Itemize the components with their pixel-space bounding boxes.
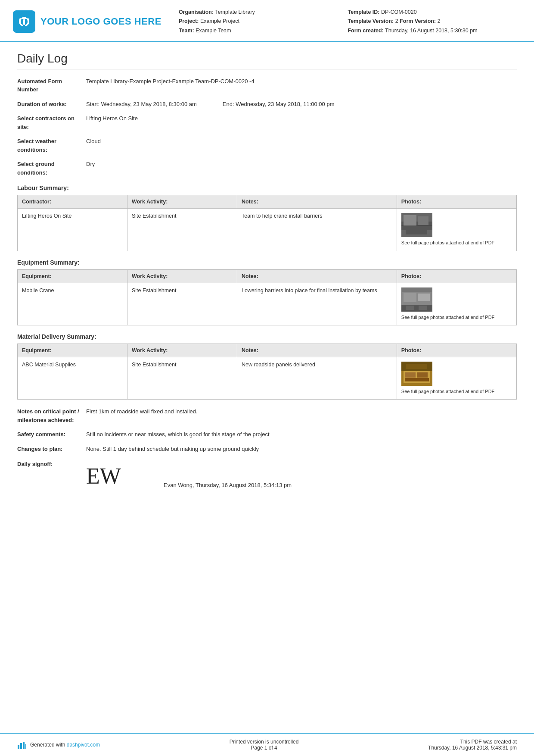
footer-page-info-line2: Page 1 Printed version is uncontrolled P… xyxy=(230,745,299,751)
template-id-label: Template ID: xyxy=(348,9,379,15)
changes-label: Changes to plan: xyxy=(17,445,86,453)
equipment-photos: See full page photos attached at end of … xyxy=(397,283,516,325)
footer-created-line2: Thursday, 16 August 2018, 5:43:31 pm xyxy=(428,745,517,751)
team-value: Example Team xyxy=(196,28,231,34)
labour-contractor: Lifting Heros On Site xyxy=(18,209,127,251)
form-created-label: Form created: xyxy=(348,28,383,34)
labour-photo-caption: See full page photos attached at end of … xyxy=(401,240,512,246)
logo-icon xyxy=(13,10,35,33)
org-label: Organisation: xyxy=(179,9,214,15)
signoff-label: Daily signoff: xyxy=(17,461,86,467)
logo-area: YOUR LOGO GOES HERE xyxy=(13,10,161,33)
duration-end: End: Wednesday, 23 May 2018, 11:00:00 pm xyxy=(223,100,335,109)
labour-photos: See full page photos attached at end of … xyxy=(397,209,516,251)
labour-summary-header: Labour Summary: xyxy=(17,184,517,191)
svg-rect-22 xyxy=(18,745,19,749)
svg-rect-3 xyxy=(404,215,416,226)
equipment-activity: Site Establishment xyxy=(127,283,237,325)
material-name: ABC Material Supplies xyxy=(18,357,127,400)
col-activity-header-mat: Work Activity: xyxy=(127,344,237,357)
duration-start: Start: Wednesday, 23 May 2018, 8:30:00 a… xyxy=(86,100,197,109)
col-activity-header-equip: Work Activity: xyxy=(127,269,237,283)
equipment-photo-thumb xyxy=(401,287,432,312)
svg-rect-19 xyxy=(405,378,429,381)
material-photo-thumb xyxy=(401,362,432,386)
material-notes: New roadside panels delivered xyxy=(237,357,397,400)
project-label: Project: xyxy=(179,18,199,24)
header-col-left: Organisation: Template Library Project: … xyxy=(179,8,348,35)
signoff-content: EW Evan Wong, Thursday, 16 August 2018, … xyxy=(86,461,292,492)
changes-value: None. Still 1 day behind schedule but ma… xyxy=(86,445,517,453)
weather-value: Cloud xyxy=(86,137,517,146)
svg-rect-4 xyxy=(418,216,428,225)
col-photos-header-mat: Photos: xyxy=(397,344,516,357)
equipment-name: Mobile Crane xyxy=(18,283,127,325)
col-activity-header-labour: Work Activity: xyxy=(127,195,237,209)
header-col-right: Template ID: DP-COM-0020 Template Versio… xyxy=(348,8,517,35)
main-content: Daily Log Automated Form Number Template… xyxy=(0,42,534,617)
org-value: Template Library xyxy=(215,9,255,15)
equipment-table-row: Mobile Crane Site Establishment Lowering… xyxy=(18,283,517,325)
footer-left: Generated with dashpivot.com xyxy=(17,740,100,750)
col-equipment-header: Equipment: xyxy=(18,269,127,283)
project-value: Example Project xyxy=(200,18,239,24)
safety-value: Still no incidents or near misses, which… xyxy=(86,430,517,439)
contractors-row: Select contractors on site: Lifting Hero… xyxy=(17,114,517,131)
labour-activity: Site Establishment xyxy=(127,209,237,251)
svg-rect-13 xyxy=(419,306,427,310)
template-id-value: DP-COM-0020 xyxy=(381,9,417,15)
labour-photo-thumb xyxy=(401,213,432,237)
footer-generated-link[interactable]: dashpivot.com xyxy=(67,742,100,748)
col-photos-header-labour: Photos: xyxy=(397,195,516,209)
template-version-value: 2 xyxy=(395,18,398,24)
col-photos-header-equip: Photos: xyxy=(397,269,516,283)
labour-table-header: Contractor: Work Activity: Notes: Photos… xyxy=(18,195,517,209)
svg-rect-10 xyxy=(418,294,430,301)
material-photo-caption: See full page photos attached at end of … xyxy=(401,388,512,395)
footer-generated-prefix: Generated with xyxy=(30,742,67,748)
equipment-photo-caption: See full page photos attached at end of … xyxy=(401,314,512,321)
material-photos: See full page photos attached at end of … xyxy=(397,357,516,400)
col-notes-header-labour: Notes: xyxy=(237,195,397,209)
equipment-table-header: Equipment: Work Activity: Notes: Photos: xyxy=(18,269,517,283)
critical-label: Notes on critical point / milestones ach… xyxy=(17,407,86,424)
form-number-label: Automated Form Number xyxy=(17,77,86,94)
material-table-row: ABC Material Supplies Site Establishment… xyxy=(18,357,517,400)
material-activity: Site Establishment xyxy=(127,357,237,400)
ground-row: Select ground conditions: Dry xyxy=(17,160,517,177)
col-material-header: Equipment: xyxy=(18,344,127,357)
svg-rect-5 xyxy=(406,227,427,234)
page-footer: Generated with dashpivot.com Printed ver… xyxy=(0,733,534,756)
signature-display: EW xyxy=(86,461,138,492)
contractors-value: Lifting Heros On Site xyxy=(86,114,517,123)
svg-rect-0 xyxy=(23,19,25,25)
weather-label: Select weather conditions: xyxy=(17,137,86,154)
labour-notes: Team to help crane install barriers xyxy=(237,209,397,251)
duration-label: Duration of works: xyxy=(17,100,86,109)
labour-table-row: Lifting Heros On Site Site Establishment… xyxy=(18,209,517,251)
svg-rect-25 xyxy=(25,744,26,749)
material-table: Equipment: Work Activity: Notes: Photos:… xyxy=(17,344,517,400)
critical-value: First 1km of roadside wall fixed and ins… xyxy=(86,407,517,416)
form-created-value: Thursday, 16 August 2018, 5:30:30 pm xyxy=(385,28,478,34)
safety-label: Safety comments: xyxy=(17,430,86,439)
footer-generated-text: Generated with dashpivot.com xyxy=(30,742,100,748)
dashpivot-logo-icon xyxy=(17,740,27,750)
equipment-summary-header: Equipment Summary: xyxy=(17,259,517,266)
footer-right: This PDF was created at Thursday, 16 Aug… xyxy=(428,739,517,751)
equipment-table: Equipment: Work Activity: Notes: Photos:… xyxy=(17,269,517,325)
template-version-label: Template Version: xyxy=(348,18,394,24)
svg-rect-21 xyxy=(406,364,427,369)
col-contractor-header: Contractor: xyxy=(18,195,127,209)
signoff-row: Daily signoff: EW Evan Wong, Thursday, 1… xyxy=(17,461,517,492)
equipment-notes: Lowering barriers into place for final i… xyxy=(237,283,397,325)
duration-row: Duration of works: Start: Wednesday, 23 … xyxy=(17,100,517,109)
ground-value: Dry xyxy=(86,160,517,169)
svg-rect-17 xyxy=(405,372,416,378)
safety-row: Safety comments: Still no incidents or n… xyxy=(17,430,517,439)
svg-rect-23 xyxy=(20,743,22,749)
critical-row: Notes on critical point / milestones ach… xyxy=(17,407,517,424)
material-summary-header: Material Delivery Summary: xyxy=(17,333,517,340)
footer-page-info-line1: Printed version is uncontrolled xyxy=(230,739,299,745)
form-number-value: Template Library-Example Project-Example… xyxy=(86,77,517,86)
